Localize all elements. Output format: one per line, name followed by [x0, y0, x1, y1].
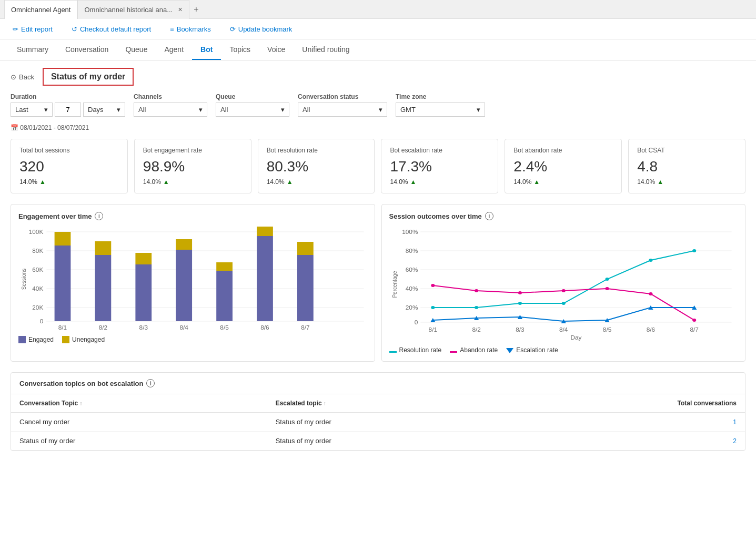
trend-up-icon: ▲ [163, 178, 169, 186]
legend-color-unengaged [62, 336, 69, 343]
svg-rect-17 [135, 264, 152, 321]
timezone-filter: Time zone GMT ▾ [396, 93, 485, 117]
svg-text:60%: 60% [405, 267, 418, 273]
tab-omnichannel-agent[interactable]: Omnichannel Agent [4, 0, 77, 19]
svg-text:100%: 100% [402, 229, 418, 235]
svg-text:8/7: 8/7 [301, 325, 309, 331]
svg-text:60K: 60K [32, 267, 44, 273]
svg-point-50 [518, 302, 521, 305]
svg-text:8/5: 8/5 [602, 327, 611, 333]
svg-rect-24 [257, 227, 273, 236]
queue-select[interactable]: All ▾ [216, 103, 289, 117]
tab-label: Omnichannel Agent [11, 6, 70, 14]
svg-text:8/3: 8/3 [516, 327, 524, 333]
kpi-escalation-rate: Bot escalation rate 17.3% 14.0%▲ [381, 139, 498, 193]
escalated-cell: Status of my order [267, 432, 501, 451]
bookmarks-button[interactable]: ≡ Bookmarks [166, 23, 215, 35]
tab-queue[interactable]: Queue [117, 40, 156, 60]
svg-rect-22 [216, 262, 233, 271]
info-icon[interactable]: i [146, 379, 155, 387]
engagement-chart-card: Engagement over time i 100K 80K 60K 40K … [11, 204, 375, 362]
close-icon[interactable]: ✕ [178, 6, 183, 13]
checkout-default-button[interactable]: ↺ Checkout default report [67, 23, 155, 35]
svg-text:Percentage: Percentage [391, 271, 398, 298]
col-header-escalated[interactable]: Escalated topic ↑ [267, 394, 501, 413]
tab-agent[interactable]: Agent [156, 40, 192, 60]
svg-rect-16 [95, 241, 112, 255]
sort-icon: ↑ [79, 401, 82, 406]
svg-rect-13 [55, 246, 71, 321]
svg-point-61 [692, 319, 696, 322]
duration-preset-select[interactable]: Last ▾ [11, 103, 53, 117]
timezone-select[interactable]: GMT ▾ [396, 103, 485, 117]
kpi-resolution-rate: Bot resolution rate 80.3% 14.0%▲ [258, 139, 375, 193]
bookmark-icon: ≡ [170, 25, 174, 33]
legend-abandon: Abandon rate [450, 346, 498, 354]
sync-icon: ⟳ [230, 25, 236, 33]
col-header-topic[interactable]: Conversation Topic ↑ [11, 394, 267, 413]
tab-topics[interactable]: Topics [221, 40, 259, 60]
kpi-csat: Bot CSAT 4.8 14.0%▲ [628, 139, 745, 193]
tab-historical-analysis[interactable]: Omnichannel historical ana... ✕ [77, 0, 189, 19]
svg-text:8/4: 8/4 [179, 325, 188, 331]
conversation-topics-table: Conversation Topic ↑ Escalated topic ↑ T… [11, 394, 745, 451]
svg-text:20K: 20K [32, 305, 44, 311]
svg-rect-23 [257, 236, 273, 321]
table-row: Status of my order Status of my order 2 [11, 432, 745, 451]
svg-text:Sessions: Sessions [20, 268, 27, 290]
chevron-down-icon: ▾ [44, 106, 48, 114]
legend-line-abandon [450, 351, 457, 353]
svg-rect-21 [216, 271, 233, 321]
kpi-total-sessions: Total bot sessions 320 14.0%▲ [11, 139, 128, 193]
total-cell: 2 [501, 432, 745, 451]
chevron-down-icon: ▾ [477, 106, 480, 114]
trend-up-icon: ▲ [657, 178, 663, 186]
queue-filter: Queue All ▾ [216, 93, 289, 117]
info-icon[interactable]: i [95, 212, 103, 220]
tab-summary[interactable]: Summary [8, 40, 57, 60]
update-bookmark-button[interactable]: ⟳ Update bookmark [226, 23, 297, 35]
duration-filter: Duration Last ▾ Days ▾ [11, 93, 125, 117]
kpi-engagement-rate: Bot engagement rate 98.9% 14.0%▲ [134, 139, 251, 193]
info-icon[interactable]: i [485, 212, 493, 220]
chevron-down-icon: ▾ [199, 106, 203, 114]
tab-unified-routing[interactable]: Unified routing [294, 40, 358, 60]
tab-bot[interactable]: Bot [192, 40, 221, 60]
session-outcomes-chart-card: Session outcomes over time i 100% 80% 60… [381, 204, 746, 362]
tab-conversation[interactable]: Conversation [57, 40, 117, 60]
svg-point-60 [649, 292, 652, 295]
edit-report-button[interactable]: ✏ Edit report [8, 23, 57, 35]
col-header-total: Total conversations [501, 394, 745, 413]
tab-voice[interactable]: Voice [259, 40, 294, 60]
channels-select[interactable]: All ▾ [134, 103, 207, 117]
add-tab-icon[interactable]: + [189, 5, 203, 14]
svg-text:80%: 80% [405, 248, 418, 254]
svg-text:20%: 20% [405, 305, 418, 311]
svg-rect-26 [297, 242, 314, 255]
legend-unengaged: Unengaged [62, 336, 105, 343]
svg-rect-20 [176, 239, 192, 250]
svg-text:8/1: 8/1 [58, 325, 67, 331]
back-icon: ⊙ [11, 73, 16, 81]
svg-point-51 [561, 302, 565, 305]
topic-cell: Cancel my order [11, 413, 267, 432]
svg-text:8/4: 8/4 [559, 327, 568, 333]
svg-rect-14 [55, 232, 71, 246]
nav-tabs: Summary Conversation Queue Agent Bot Top… [0, 40, 756, 60]
svg-text:100K: 100K [29, 229, 44, 235]
kpi-abandon-rate: Bot abandon rate 2.4% 14.0%▲ [505, 139, 622, 193]
back-button[interactable]: ⊙ Back [11, 73, 34, 81]
duration-unit-select[interactable]: Days ▾ [83, 103, 125, 117]
svg-point-53 [649, 259, 652, 262]
tab-label: Omnichannel historical ana... [84, 6, 173, 14]
filters-section: Duration Last ▾ Days ▾ Channels All ▾ Qu… [0, 93, 756, 122]
engagement-legend: Engaged Unengaged [18, 336, 367, 343]
date-range: 📅 08/01/2021 - 08/07/2021 [0, 122, 756, 134]
legend-engaged: Engaged [18, 336, 54, 343]
svg-text:40K: 40K [32, 286, 44, 292]
trend-up-icon: ▲ [287, 178, 293, 186]
conversation-status-select[interactable]: All ▾ [298, 103, 387, 117]
duration-value-input[interactable] [55, 103, 81, 117]
legend-escalation: Escalation rate [506, 346, 558, 354]
svg-point-59 [605, 287, 609, 290]
